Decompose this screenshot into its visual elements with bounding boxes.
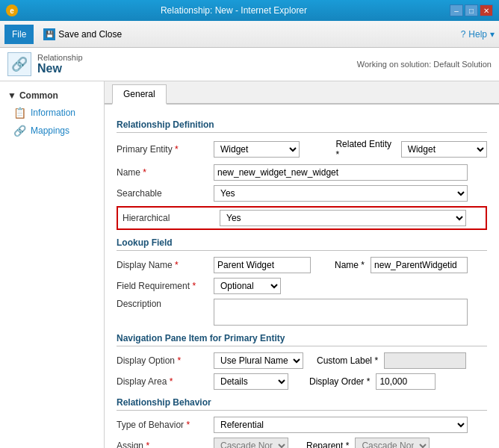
sidebar-section-label: Common <box>19 90 58 101</box>
sidebar-section-common: ▼ Common <box>0 87 104 104</box>
primary-entity-select[interactable]: Widget <box>214 141 300 158</box>
help-button[interactable]: ? Help ▾ <box>461 29 495 40</box>
window-title: Relationship: New - Internet Explorer <box>18 5 450 16</box>
lookup-display-name-input[interactable] <box>214 257 311 273</box>
mappings-icon: 🔗 <box>13 125 26 137</box>
title-bar: e Relationship: New - Internet Explorer … <box>0 0 499 21</box>
related-entity-label: Related Entity * <box>335 139 394 160</box>
name-row: Name * <box>117 164 487 181</box>
sidebar: ▼ Common 📋 Information 🔗 Mappings <box>0 81 105 448</box>
sidebar-item-information-label: Information <box>31 108 75 118</box>
section-lookup-field: Lookup Field <box>117 237 487 251</box>
display-area-row: Display Area * Details Display Order * <box>117 373 487 390</box>
form-area: General Relationship Definition Primary … <box>105 81 499 448</box>
lookup-name-input[interactable] <box>371 257 468 273</box>
hierarchical-label: Hierarchical <box>123 213 220 223</box>
help-icon: ? <box>461 29 466 40</box>
custom-label-label: Custom Label * <box>317 355 378 366</box>
minimize-button[interactable]: – <box>450 4 463 16</box>
header-left: 🔗 Relationship New <box>7 52 83 76</box>
searchable-select[interactable]: Yes <box>214 185 468 202</box>
main-area: 🔗 Relationship New Working on solution: … <box>0 48 499 448</box>
primary-entity-row: Primary Entity * Widget Related Entity *… <box>117 139 487 160</box>
searchable-label: Searchable <box>117 188 214 199</box>
display-order-label: Display Order * <box>309 376 370 387</box>
help-dropdown-icon: ▾ <box>490 29 495 40</box>
header-band: 🔗 Relationship New Working on solution: … <box>0 48 499 81</box>
type-of-behavior-label: Type of Behavior * <box>117 420 214 430</box>
reparent-select[interactable]: Cascade None <box>355 438 430 448</box>
assign-reparent-row: Assign * Cascade None Reparent * Cascade… <box>117 438 487 448</box>
related-entity-select[interactable]: Widget <box>401 141 487 158</box>
section-navigation-pane: Navigation Pane Item for Primary Entity <box>117 333 487 346</box>
searchable-row: Searchable Yes <box>117 185 487 202</box>
assign-label: Assign * <box>117 441 214 448</box>
type-of-behavior-row: Type of Behavior * Referential <box>117 417 487 433</box>
type-of-behavior-select[interactable]: Referential <box>214 417 468 433</box>
window-controls: – □ ✕ <box>450 4 493 16</box>
close-button[interactable]: ✕ <box>480 4 493 16</box>
section-relationship-behavior: Relationship Behavior <box>117 397 487 411</box>
display-area-label: Display Area * <box>117 376 214 387</box>
lookup-display-name-label: Display Name * <box>117 260 214 270</box>
display-option-select[interactable]: Use Plural Name <box>214 352 303 369</box>
field-requirement-select[interactable]: Optional <box>214 278 281 294</box>
header-title-group: Relationship New <box>37 53 83 75</box>
sidebar-item-information[interactable]: 📋 Information <box>0 104 104 122</box>
header-title: New <box>37 62 83 75</box>
display-option-row: Display Option * Use Plural Name Custom … <box>117 352 487 369</box>
name-label: Name * <box>117 167 214 178</box>
save-close-label: Save and Close <box>58 29 122 40</box>
file-button[interactable]: File <box>4 25 34 44</box>
reparent-label: Reparent * <box>306 441 349 448</box>
display-order-input[interactable] <box>376 373 436 390</box>
content-area: ▼ Common 📋 Information 🔗 Mappings Genera… <box>0 81 499 448</box>
solution-label: Working on solution: Default Solution <box>357 60 492 69</box>
display-area-select[interactable]: Details <box>214 373 288 390</box>
description-textarea[interactable] <box>214 299 468 326</box>
restore-button[interactable]: □ <box>465 4 478 16</box>
hierarchical-select[interactable]: Yes <box>220 210 466 226</box>
save-close-button[interactable]: 💾 Save and Close <box>37 25 128 44</box>
section-relationship-definition: Relationship Definition <box>117 119 487 133</box>
primary-entity-label: Primary Entity * <box>117 144 214 155</box>
tab-general[interactable]: General <box>112 84 167 105</box>
sidebar-arrow-icon: ▼ <box>7 90 16 101</box>
sidebar-item-mappings-label: Mappings <box>31 125 69 136</box>
name-input[interactable] <box>214 164 468 181</box>
description-label: Description <box>117 299 214 309</box>
display-option-label: Display Option * <box>117 355 214 366</box>
assign-select[interactable]: Cascade None <box>214 438 288 448</box>
sidebar-item-mappings[interactable]: 🔗 Mappings <box>0 122 104 140</box>
app-icon: e <box>6 4 18 16</box>
hierarchical-row: Hierarchical Yes <box>117 206 487 230</box>
field-requirement-label: Field Requirement * <box>117 281 214 291</box>
field-requirement-row: Field Requirement * Optional <box>117 278 487 294</box>
lookup-name-label: Name * <box>335 260 365 270</box>
entity-icon: 🔗 <box>7 52 31 76</box>
information-icon: 📋 <box>13 107 26 119</box>
description-row: Description <box>117 299 487 326</box>
header-subtitle: Relationship <box>37 53 83 62</box>
form-content: Relationship Definition Primary Entity *… <box>105 105 499 448</box>
lookup-display-name-row: Display Name * Name * <box>117 257 487 273</box>
help-label: Help <box>468 29 487 40</box>
form-tabs: General <box>105 81 499 105</box>
save-icon: 💾 <box>43 28 55 40</box>
toolbar: File 💾 Save and Close ? Help ▾ <box>0 21 499 48</box>
custom-label-input[interactable] <box>384 352 466 369</box>
